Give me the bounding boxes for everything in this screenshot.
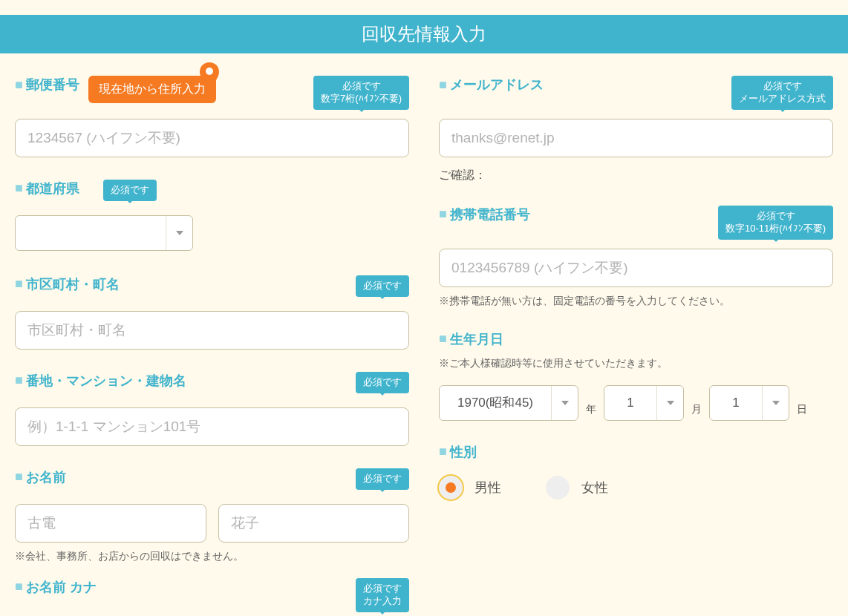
- label-name: お名前: [15, 468, 66, 486]
- dob-year-select[interactable]: 1970(昭和45): [439, 385, 578, 421]
- tooltip-prefecture: 必須です: [103, 180, 157, 201]
- chevron-down-icon: [656, 386, 683, 420]
- gender-male-label: 男性: [474, 479, 501, 497]
- chevron-down-icon: [551, 386, 578, 420]
- year-unit: 年: [586, 403, 596, 421]
- prefecture-value: [16, 216, 166, 250]
- chevron-down-icon: [166, 216, 192, 250]
- postal-input[interactable]: [15, 119, 409, 157]
- location-pin-icon: [200, 62, 219, 92]
- city-input[interactable]: [15, 311, 409, 350]
- field-prefecture: 都道府県 必須です: [15, 180, 409, 253]
- name-helper: ※会社、事務所、お店からの回収はできません。: [15, 550, 409, 563]
- chevron-down-icon: [762, 386, 789, 420]
- gender-male-radio[interactable]: 男性: [439, 476, 501, 499]
- gender-female-label: 女性: [581, 479, 608, 497]
- firstname-input[interactable]: [218, 504, 410, 543]
- phone-input[interactable]: [439, 249, 833, 287]
- use-location-button[interactable]: 現在地から住所入力: [88, 76, 216, 103]
- address-input[interactable]: [15, 407, 409, 446]
- field-city: 市区町村・町名 必須です: [15, 275, 409, 350]
- email-input[interactable]: [439, 119, 833, 157]
- field-address: 番地・マンション・建物名 必須です: [15, 372, 409, 446]
- month-unit: 月: [691, 403, 702, 421]
- tooltip-kana: 必須ですカナ入力: [356, 578, 409, 612]
- dob-note: ※ご本人様確認時等に使用させていただきます。: [439, 357, 833, 370]
- field-email: メールアドレス 必須ですメールアドレス方式 ご確認：: [439, 76, 833, 183]
- field-phone: 携帯電話番号 必須です数字10-11桁(ﾊｲﾌﾝ不要) ※携帯電話が無い方は、固…: [439, 206, 833, 308]
- field-gender: 性別 男性 女性: [439, 443, 833, 499]
- svg-point-0: [206, 68, 213, 75]
- field-postal: 郵便番号 現在地から住所入力 必須です数字7桁(ﾊｲﾌﾝ不要): [15, 76, 409, 157]
- dob-year-value: 1970(昭和45): [440, 386, 551, 420]
- label-city: 市区町村・町名: [15, 275, 120, 293]
- radio-icon: [546, 476, 570, 499]
- label-phone: 携帯電話番号: [439, 206, 530, 223]
- field-kana: お名前 カナ 必須ですカナ入力: [15, 578, 409, 616]
- tooltip-email: 必須ですメールアドレス方式: [731, 76, 833, 110]
- label-postal: 郵便番号: [15, 76, 79, 94]
- dob-month-select[interactable]: 1: [604, 385, 684, 421]
- dob-day-value: 1: [710, 386, 762, 420]
- tooltip-city: 必須です: [356, 275, 409, 297]
- tooltip-name: 必須です: [356, 468, 409, 490]
- dob-month-value: 1: [604, 386, 656, 420]
- radio-icon: [439, 476, 463, 499]
- field-name: お名前 必須です ※会社、事務所、お店からの回収はできません。: [15, 468, 409, 563]
- label-email: メールアドレス: [439, 76, 544, 94]
- phone-helper: ※携帯電話が無い方は、固定電話の番号を入力してください。: [439, 295, 833, 308]
- label-gender: 性別: [439, 443, 833, 461]
- label-kana: お名前 カナ: [15, 578, 97, 596]
- label-dob: 生年月日: [439, 330, 833, 348]
- day-unit: 日: [797, 403, 807, 421]
- tooltip-phone: 必須です数字10-11桁(ﾊｲﾌﾝ不要): [718, 206, 833, 240]
- page-title: 回収先情報入力: [0, 15, 848, 53]
- use-location-label: 現在地から住所入力: [99, 82, 206, 97]
- tooltip-postal: 必須です数字7桁(ﾊｲﾌﾝ不要): [313, 76, 409, 110]
- label-prefecture: 都道府県: [15, 180, 79, 197]
- prefecture-select[interactable]: [15, 215, 193, 251]
- field-dob: 生年月日 ※ご本人様確認時等に使用させていただきます。 1970(昭和45) 年…: [439, 330, 833, 421]
- gender-female-radio[interactable]: 女性: [546, 476, 608, 499]
- tooltip-address: 必須です: [356, 372, 409, 393]
- lastname-input[interactable]: [15, 504, 206, 543]
- dob-day-select[interactable]: 1: [709, 385, 789, 421]
- email-confirm-label: ご確認：: [439, 168, 833, 183]
- label-address: 番地・マンション・建物名: [15, 372, 186, 390]
